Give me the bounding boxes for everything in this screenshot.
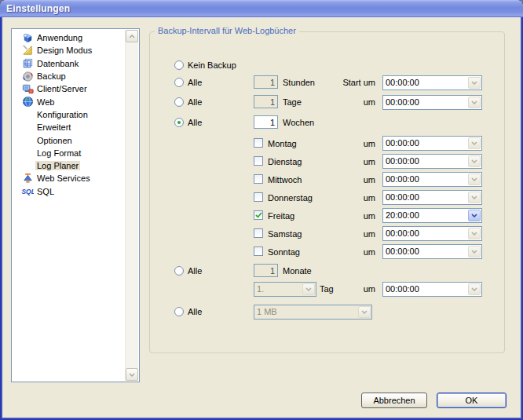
radio-alle-monate[interactable] bbox=[174, 266, 184, 276]
tage-value-input[interactable] bbox=[254, 95, 278, 108]
start-um-label: Start um bbox=[309, 78, 375, 88]
monate-value-input[interactable] bbox=[254, 264, 278, 277]
alle-monate-label: Alle bbox=[188, 266, 202, 276]
radio-alle-wochen[interactable] bbox=[174, 118, 184, 127]
dropdown-arrow-icon[interactable] bbox=[358, 306, 371, 318]
tage-time-combo[interactable]: 00:00:00 bbox=[382, 95, 482, 110]
scroll-down-button[interactable] bbox=[126, 368, 138, 381]
monate-unit-label: Monate bbox=[283, 266, 312, 276]
check-icon bbox=[254, 211, 263, 220]
cancel-button[interactable]: Abbrechen bbox=[361, 393, 427, 408]
sidebar-item-label: Optionen bbox=[35, 136, 74, 145]
sidebar-item-label: Konfiguration bbox=[35, 110, 90, 119]
checkbox-montag[interactable] bbox=[254, 138, 263, 148]
sidebar-item-backup[interactable]: Backup bbox=[13, 70, 124, 82]
tage-time-value: 00:00:00 bbox=[383, 96, 467, 109]
dienstag-label: Dienstag bbox=[268, 157, 302, 167]
donnerstag-label: Donnerstag bbox=[268, 193, 313, 203]
list-scrollbar[interactable] bbox=[125, 30, 138, 381]
checkbox-samstag[interactable] bbox=[254, 228, 263, 238]
sidebar-item-optionen[interactable]: Optionen bbox=[13, 133, 124, 146]
monat-tag-value: 1. bbox=[254, 283, 302, 296]
donnerstag-time-value: 00:00:00 bbox=[383, 191, 467, 204]
radio-alle-tage[interactable] bbox=[174, 97, 184, 107]
sidebar-item-label-selected: Log Planer bbox=[35, 161, 80, 170]
dropdown-arrow-icon[interactable] bbox=[468, 137, 481, 149]
radio-kein-backup[interactable] bbox=[174, 60, 184, 70]
stunden-time-value: 00:00:00 bbox=[383, 76, 467, 89]
dropdown-arrow-icon[interactable] bbox=[468, 283, 481, 295]
checkbox-mittwoch[interactable] bbox=[254, 174, 263, 184]
sidebar-item-label: SQL bbox=[35, 187, 56, 196]
montag-time-combo[interactable]: 00:00:00 bbox=[382, 136, 482, 151]
tag-label: Tag bbox=[320, 284, 334, 294]
checkbox-donnerstag[interactable] bbox=[254, 192, 263, 202]
kein-backup-label: Kein Backup bbox=[188, 60, 236, 71]
mittwoch-um-label: um bbox=[309, 175, 375, 185]
sidebar-item-web[interactable]: Web bbox=[13, 95, 124, 108]
application-icon bbox=[21, 31, 34, 44]
groupbox-title: Backup-Intervall für Web-Logbücher bbox=[155, 26, 299, 35]
ok-button[interactable]: OK bbox=[437, 393, 507, 408]
alle-stunden-label: Alle bbox=[188, 78, 202, 88]
window-title: Einstellungen bbox=[6, 3, 70, 14]
radio-alle-groesse[interactable] bbox=[174, 307, 184, 316]
dialog-body: Anwendung Design Modus Datenbank Backup bbox=[2, 17, 521, 418]
groesse-combo[interactable]: 1 MB bbox=[254, 305, 372, 320]
sidebar-item-konfiguration[interactable]: Konfiguration bbox=[13, 108, 124, 121]
sidebar-item-log-planer[interactable]: Log Planer bbox=[13, 159, 124, 172]
svg-text:SQL: SQL bbox=[22, 188, 35, 195]
monat-time-value: 00:00:00 bbox=[383, 283, 467, 296]
sidebar-item-anwendung[interactable]: Anwendung bbox=[13, 31, 124, 44]
stunden-value-input[interactable] bbox=[254, 75, 278, 89]
mittwoch-label: Mittwoch bbox=[268, 175, 302, 185]
dropdown-arrow-icon[interactable] bbox=[468, 192, 481, 203]
dropdown-arrow-icon[interactable] bbox=[468, 77, 481, 89]
sidebar-item-sql[interactable]: SQL SQL bbox=[13, 185, 124, 198]
sidebar-item-client-server[interactable]: Client/Server bbox=[13, 82, 124, 95]
dropdown-arrow-icon[interactable] bbox=[468, 173, 481, 185]
monat-tag-combo[interactable]: 1. bbox=[254, 282, 316, 297]
backup-icon bbox=[21, 70, 34, 82]
checkbox-freitag[interactable] bbox=[254, 210, 263, 220]
sidebar-item-web-services[interactable]: Web Services bbox=[13, 172, 124, 184]
settings-category-list: Anwendung Design Modus Datenbank Backup bbox=[11, 28, 140, 382]
database-icon bbox=[21, 57, 34, 70]
dropdown-arrow-icon[interactable] bbox=[302, 283, 315, 295]
sidebar-item-design-modus[interactable]: Design Modus bbox=[13, 44, 124, 57]
dropdown-arrow-icon[interactable] bbox=[468, 228, 481, 239]
dienstag-um-label: um bbox=[309, 157, 375, 167]
stunden-time-combo[interactable]: 00:00:00 bbox=[382, 75, 482, 90]
alle-tage-label: Alle bbox=[188, 97, 202, 108]
wochen-value-input[interactable] bbox=[254, 115, 278, 129]
alle-wochen-label: Alle bbox=[188, 118, 202, 128]
titlebar[interactable]: Einstellungen bbox=[0, 0, 523, 17]
scroll-up-button[interactable] bbox=[126, 30, 138, 42]
sidebar-item-label: Log Format bbox=[35, 148, 82, 158]
donnerstag-time-combo[interactable]: 00:00:00 bbox=[382, 190, 482, 205]
mittwoch-time-combo[interactable]: 00:00:00 bbox=[382, 172, 482, 187]
monat-time-combo[interactable]: 00:00:00 bbox=[382, 282, 482, 297]
dropdown-arrow-icon[interactable] bbox=[468, 155, 481, 167]
samstag-time-value: 00:00:00 bbox=[383, 227, 467, 240]
freitag-label: Freitag bbox=[268, 211, 294, 221]
checkbox-dienstag[interactable] bbox=[254, 156, 263, 166]
radio-alle-stunden[interactable] bbox=[174, 78, 184, 87]
sidebar-item-erweitert[interactable]: Erweitert bbox=[13, 121, 124, 133]
dropdown-arrow-icon[interactable] bbox=[468, 246, 481, 257]
dropdown-arrow-icon[interactable] bbox=[468, 97, 481, 108]
checkbox-sonntag[interactable] bbox=[254, 247, 263, 256]
sidebar-item-datenbank[interactable]: Datenbank bbox=[13, 57, 124, 70]
samstag-time-combo[interactable]: 00:00:00 bbox=[382, 226, 482, 241]
sonntag-time-combo[interactable]: 00:00:00 bbox=[382, 244, 482, 259]
samstag-um-label: um bbox=[309, 229, 375, 239]
sidebar-item-label: Client/Server bbox=[35, 84, 89, 93]
sidebar-item-label: Design Modus bbox=[35, 46, 93, 55]
dienstag-time-combo[interactable]: 00:00:00 bbox=[382, 154, 482, 169]
dropdown-arrow-icon[interactable] bbox=[468, 210, 481, 221]
tage-um-label: um bbox=[309, 97, 375, 108]
sidebar-item-log-format[interactable]: Log Format bbox=[13, 147, 124, 159]
tage-unit-label: Tage bbox=[283, 97, 302, 108]
chevron-up-icon bbox=[129, 35, 135, 38]
freitag-time-combo[interactable]: 20:00:00 bbox=[382, 208, 482, 223]
